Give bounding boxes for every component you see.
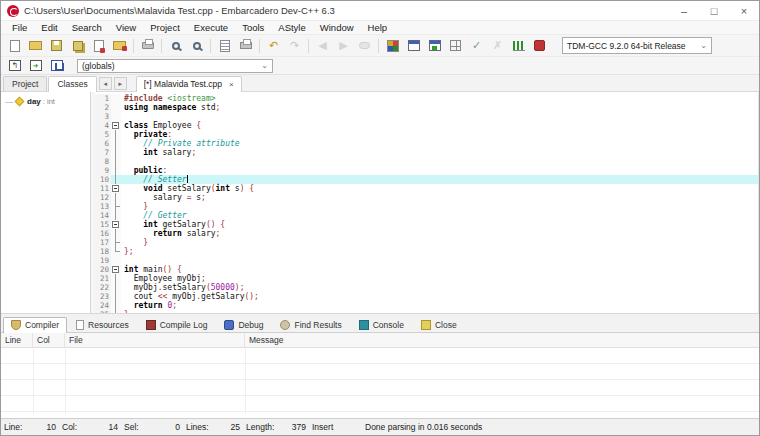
fold-collapse-icon[interactable]: [112, 185, 119, 192]
syntax-check-button[interactable]: ✓: [467, 37, 486, 55]
code-line-22[interactable]: 22 myObj.setSalary(50000);: [95, 283, 758, 292]
code-text: int salary;: [121, 148, 758, 157]
main-area: —day: int 1#include <iostream>2using nam…: [1, 92, 759, 313]
bottom-tab-resources[interactable]: Resources: [68, 317, 137, 332]
maximize-button[interactable]: □: [699, 1, 729, 20]
code-text: // Getter: [121, 211, 758, 220]
menu-window[interactable]: Window: [313, 21, 361, 35]
window-green-arrow-icon: [30, 60, 42, 71]
code-line-8[interactable]: 8: [95, 157, 758, 166]
code-line-19[interactable]: 19: [95, 256, 758, 265]
code-line-4[interactable]: 4class Employee {: [95, 121, 758, 130]
code-line-9[interactable]: 9 public:: [95, 166, 758, 175]
close-file-icon: [94, 40, 104, 52]
fold-margin: [111, 202, 121, 211]
goto-line-button[interactable]: [215, 37, 234, 55]
minimize-button[interactable]: –: [669, 1, 699, 20]
code-line-5[interactable]: 5 private:: [95, 130, 758, 139]
undo-button[interactable]: ↶: [264, 37, 283, 55]
profile-button[interactable]: [509, 37, 528, 55]
code-line-20[interactable]: 20int main() {: [95, 265, 758, 274]
tab-scroll-right-button[interactable]: ▸: [114, 77, 127, 90]
code-line-16[interactable]: 16 return salary;: [95, 229, 758, 238]
delete-profiling-button[interactable]: [530, 37, 549, 55]
code-line-6[interactable]: 6 // Private attribute: [95, 139, 758, 148]
bottom-tab-compiler[interactable]: Compiler: [3, 317, 67, 333]
column-header-line[interactable]: Line: [1, 333, 33, 347]
code-line-13[interactable]: 13 }: [95, 202, 758, 211]
compile-run-button[interactable]: [425, 37, 444, 55]
save-all-button[interactable]: [68, 37, 87, 55]
fold-collapse-icon[interactable]: [112, 221, 119, 228]
code-line-14[interactable]: 14 // Getter: [95, 211, 758, 220]
column-header-message[interactable]: Message: [245, 333, 759, 347]
tab-project[interactable]: Project: [3, 76, 47, 91]
code-line-15[interactable]: 15 int getSalary() {: [95, 220, 758, 229]
toolbar-separator: [259, 39, 260, 53]
replace-button[interactable]: [187, 37, 206, 55]
run-button[interactable]: [404, 37, 423, 55]
fold-collapse-icon[interactable]: [112, 266, 119, 273]
status-segment-6: Insert: [309, 422, 355, 432]
bottom-tab-compile-log[interactable]: Compile Log: [138, 317, 216, 332]
menu-astyle[interactable]: AStyle: [271, 21, 312, 35]
menu-edit[interactable]: Edit: [34, 21, 64, 35]
save-button[interactable]: [47, 37, 66, 55]
rebuild-all-button[interactable]: [446, 37, 465, 55]
back-icon: ◀: [316, 39, 330, 53]
blue-bracket-button[interactable]: [47, 57, 66, 75]
menu-file[interactable]: File: [5, 21, 34, 35]
code-line-3[interactable]: 3: [95, 112, 758, 121]
bottom-tab-find-results[interactable]: Find Results: [272, 317, 349, 332]
code-line-1[interactable]: 1#include <iostream>: [95, 94, 758, 103]
window-arrow-button[interactable]: [5, 57, 24, 75]
close-button[interactable]: ×: [729, 1, 759, 20]
editor-tab-malavida-test[interactable]: [*] Malavida Test.cpp ×: [136, 76, 242, 92]
code-line-10[interactable]: 10 // Setter: [95, 175, 758, 184]
column-header-file[interactable]: File: [65, 333, 245, 347]
bottom-tab-console[interactable]: Console: [351, 317, 412, 332]
column-header-col[interactable]: Col: [33, 333, 65, 347]
code-line-24[interactable]: 24 return 0;: [95, 301, 758, 310]
tree-expand-icon[interactable]: —: [5, 97, 13, 106]
window-green-arrow-button[interactable]: [26, 57, 45, 75]
compile-button[interactable]: [383, 37, 402, 55]
new-file-button[interactable]: [5, 37, 24, 55]
compiler-profile-select[interactable]: TDM-GCC 9.2.0 64-bit Release ⌄: [562, 37, 712, 54]
bottom-tab-close[interactable]: Close: [413, 317, 465, 332]
tab-close-icon[interactable]: ×: [229, 80, 234, 89]
tab-classes[interactable]: Classes: [48, 76, 96, 92]
code-line-18[interactable]: 18};: [95, 247, 758, 256]
code-editor[interactable]: 1#include <iostream>2using namespace std…: [95, 92, 759, 313]
menu-help[interactable]: Help: [361, 21, 395, 35]
print-setup-button[interactable]: [236, 37, 255, 55]
menu-project[interactable]: Project: [143, 21, 187, 35]
menu-search[interactable]: Search: [65, 21, 109, 35]
bottom-tab-debug[interactable]: Debug: [216, 317, 271, 332]
tree-item-day[interactable]: —day: int: [1, 96, 90, 107]
find-button[interactable]: [166, 37, 185, 55]
line-number: 11: [95, 184, 111, 193]
class-browser-scope-select[interactable]: (globals) ⌄: [77, 59, 273, 73]
menu-view[interactable]: View: [109, 21, 143, 35]
clean-icon: ✗: [491, 39, 505, 53]
code-text: class Employee {: [121, 121, 758, 130]
close-file-button[interactable]: [89, 37, 108, 55]
menu-tools[interactable]: Tools: [235, 21, 271, 35]
print-button[interactable]: [138, 37, 157, 55]
code-line-23[interactable]: 23 cout << myObj.getSalary();: [95, 292, 758, 301]
code-line-17[interactable]: 17 }: [95, 238, 758, 247]
forward-button: ▶: [334, 37, 353, 55]
close-all-button[interactable]: [110, 37, 129, 55]
code-line-7[interactable]: 7 int salary;: [95, 148, 758, 157]
fold-collapse-icon[interactable]: [112, 122, 119, 129]
menu-execute[interactable]: Execute: [187, 21, 235, 35]
open-file-button[interactable]: [26, 37, 45, 55]
code-line-12[interactable]: 12 salary = s;: [95, 193, 758, 202]
code-line-21[interactable]: 21 Employee myObj;: [95, 274, 758, 283]
variable-icon: [15, 97, 25, 107]
code-line-11[interactable]: 11 void setSalary(int s) {: [95, 184, 758, 193]
tab-scroll-left-button[interactable]: ◂: [99, 77, 112, 90]
code-line-2[interactable]: 2using namespace std;: [95, 103, 758, 112]
fold-margin: [111, 148, 121, 157]
